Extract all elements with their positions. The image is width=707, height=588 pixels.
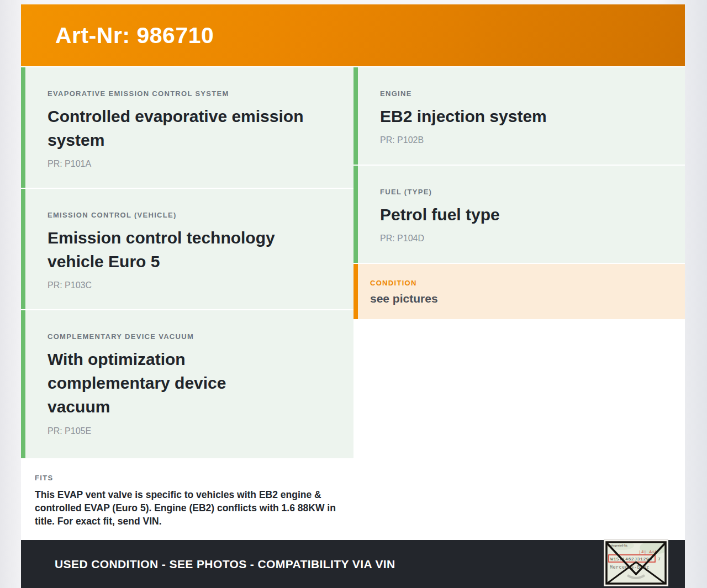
spec-title: EB2 injection system (380, 104, 669, 128)
spec-card-vacuum-device: COMPLEMENTARY DEVICE VACUUM With optimiz… (21, 310, 354, 458)
spec-title: Emission control technology vehicle Euro… (48, 226, 335, 273)
condition-label: CONDITION (370, 279, 674, 287)
spec-card-evap-system: EVAPORATIVE EMISSION CONTROL SYSTEM Cont… (21, 67, 354, 188)
spec-pr-code: PR: P103C (48, 280, 338, 290)
left-column: EVAPORATIVE EMISSION CONTROL SYSTEM Cont… (21, 67, 354, 536)
listing-page: Art-Nr: 986710 EVAPORATIVE EMISSION CONT… (21, 4, 685, 588)
spec-pr-code: PR: P101A (48, 159, 338, 169)
spec-grid: EVAPORATIVE EMISSION CONTROL SYSTEM Cont… (21, 67, 685, 536)
spec-pr-code: PR: P102B (380, 135, 669, 145)
vin-envelope-image: Fahrgestell-Nr. |4| AiA W1571462J31298 7… (604, 539, 668, 586)
vin-number: W1571462J31298 (610, 557, 652, 561)
spec-card-emission-control: EMISSION CONTROL (VEHICLE) Emission cont… (21, 189, 354, 309)
spec-pr-code: PR: P105E (48, 426, 338, 436)
condition-card: CONDITION see pictures (354, 264, 685, 319)
fits-description: This EVAP vent valve is specific to vehi… (35, 489, 338, 528)
header-banner: Art-Nr: 986710 (21, 4, 685, 66)
envelope-icon: Fahrgestell-Nr. |4| AiA W1571462J31298 7… (605, 541, 667, 585)
fits-label: FITS (35, 474, 338, 482)
spec-label: ENGINE (380, 89, 669, 98)
condition-value: see pictures (370, 292, 674, 305)
vin-number-suffix: 7 (658, 557, 661, 561)
fits-card: FITS This EVAP vent valve is specific to… (21, 459, 354, 536)
spec-label: FUEL (TYPE) (380, 188, 669, 196)
spec-card-fuel-type: FUEL (TYPE) Petrol fuel type PR: P104D (354, 166, 685, 263)
footer-bar: USED CONDITION - SEE PHOTOS - COMPATIBIL… (21, 540, 685, 588)
spec-title: Controlled evaporative emission system (48, 104, 324, 152)
article-number-title: Art-Nr: 986710 (55, 23, 214, 49)
spec-label: EVAPORATIVE EMISSION CONTROL SYSTEM (48, 89, 338, 98)
spec-title: With optimization complementary device v… (48, 347, 291, 419)
spec-label: COMPLEMENTARY DEVICE VACUUM (48, 332, 338, 341)
spec-pr-code: PR: P104D (380, 234, 669, 243)
footer-text: USED CONDITION - SEE PHOTOS - COMPATIBIL… (55, 558, 395, 571)
spec-title: Petrol fuel type (380, 203, 669, 226)
spec-card-engine: ENGINE EB2 injection system PR: P102B (354, 67, 685, 165)
spec-label: EMISSION CONTROL (VEHICLE) (48, 211, 338, 219)
right-column: ENGINE EB2 injection system PR: P102B FU… (354, 67, 685, 319)
